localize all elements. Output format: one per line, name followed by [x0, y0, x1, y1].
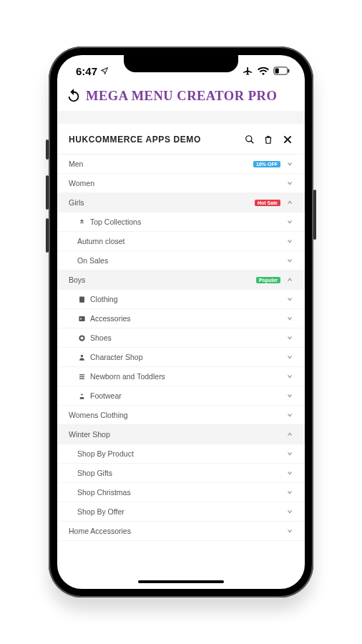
- menu-label: Shop By Product: [77, 449, 286, 458]
- sub-item-clothing[interactable]: Clothing: [57, 290, 305, 309]
- svg-rect-2: [275, 69, 279, 74]
- clothing-icon: [77, 295, 86, 303]
- chevron-down-icon: [286, 450, 293, 457]
- location-arrow-icon: [100, 65, 109, 77]
- badge-offer: 10% OFF: [253, 161, 280, 167]
- menu-item-winter[interactable]: Winter Shop: [57, 425, 305, 444]
- svg-point-3: [246, 136, 252, 142]
- menu-item-women[interactable]: Women: [57, 174, 305, 193]
- svg-point-11: [80, 336, 83, 339]
- sub-item-onsales[interactable]: On Sales: [57, 251, 305, 270]
- menu-label: Shoes: [90, 333, 286, 342]
- menu-label: Women: [69, 179, 286, 187]
- menu-label: Newborn and Toddlers: [90, 372, 286, 381]
- accessories-icon: [77, 314, 86, 323]
- phone-frame: 6:47 MEGA MENU CRE: [49, 47, 313, 597]
- menu-label: On Sales: [77, 256, 286, 265]
- menu-label: Footwear: [90, 391, 286, 400]
- status-time: 6:47: [76, 65, 97, 77]
- svg-rect-14: [79, 376, 84, 376]
- menu-label: Men: [69, 160, 253, 168]
- chevron-down-icon: [286, 296, 293, 303]
- sub-item-shop-product[interactable]: Shop By Product: [57, 444, 305, 464]
- app-title-bar: MEGA MENU CREATOR PRO: [57, 87, 305, 111]
- menu-label: Shop Christmas: [77, 488, 286, 497]
- menu-label: Womens Clothing: [69, 411, 286, 419]
- footwear-icon: [77, 391, 86, 400]
- chevron-down-icon: [286, 469, 293, 477]
- sub-item-character[interactable]: Character Shop: [57, 348, 305, 367]
- menu-label: Top Collections: [90, 218, 286, 226]
- chevron-up-icon: [286, 276, 293, 283]
- chevron-down-icon: [286, 238, 293, 245]
- menu-label: Girls: [69, 198, 255, 207]
- chevron-down-icon: [286, 392, 293, 399]
- menu-label: Home Accessories: [69, 527, 286, 535]
- chevron-down-icon: [286, 508, 293, 515]
- character-icon: [77, 353, 86, 361]
- badge-popular: Populer: [256, 277, 280, 283]
- app-title: MEGA MENU CREATOR PRO: [86, 89, 277, 104]
- chevron-down-icon: [286, 527, 293, 535]
- sub-item-footwear[interactable]: Footwear: [57, 386, 305, 406]
- menu-label: Winter Shop: [69, 430, 286, 439]
- chevron-down-icon: [286, 373, 293, 380]
- airplane-mode-icon: [243, 66, 253, 76]
- sub-item-autumn[interactable]: Autumn closet: [57, 232, 305, 251]
- svg-rect-13: [79, 374, 84, 375]
- chevron-down-icon: [286, 257, 293, 264]
- close-icon[interactable]: [282, 134, 293, 145]
- menu-label: Boys: [69, 275, 256, 284]
- sub-item-newborn[interactable]: Newborn and Toddlers: [57, 367, 305, 386]
- svg-rect-15: [79, 378, 84, 379]
- sub-item-shoes[interactable]: Shoes: [57, 328, 305, 348]
- sub-item-shop-christmas[interactable]: Shop Christmas: [57, 483, 305, 502]
- menu-label: Character Shop: [90, 353, 286, 361]
- menu-label: Shop Gifts: [77, 469, 286, 477]
- demo-header: HUKCOMMERCE APPS DEMO: [57, 124, 305, 155]
- sub-item-shop-offer[interactable]: Shop By Offer: [57, 502, 305, 522]
- sub-item-accessories[interactable]: Accessories: [57, 309, 305, 328]
- sub-item-top-collections[interactable]: Top Collections: [57, 213, 305, 232]
- chevron-down-icon: [286, 353, 293, 361]
- collections-icon: [77, 218, 86, 226]
- menu-label: Autumn closet: [77, 237, 286, 245]
- chevron-down-icon: [286, 334, 293, 341]
- sub-item-shop-gifts[interactable]: Shop Gifts: [57, 464, 305, 483]
- menu-item-womens-clothing[interactable]: Womens Clothing: [57, 406, 305, 425]
- chevron-down-icon: [286, 160, 293, 167]
- notch: [124, 55, 238, 72]
- chevron-down-icon: [286, 315, 293, 322]
- shoes-icon: [77, 333, 86, 342]
- menu-item-boys[interactable]: Boys Populer: [57, 270, 305, 290]
- svg-rect-8: [79, 316, 84, 321]
- chevron-down-icon: [286, 411, 293, 419]
- chevron-up-icon: [286, 431, 293, 438]
- chevron-down-icon: [286, 489, 293, 496]
- menu-label: Shop By Offer: [77, 507, 286, 516]
- demo-title: HUKCOMMERCE APPS DEMO: [69, 135, 245, 145]
- screen: 6:47 MEGA MENU CRE: [57, 55, 305, 589]
- home-indicator[interactable]: [138, 580, 224, 583]
- svg-rect-1: [288, 69, 290, 72]
- battery-icon: [273, 67, 290, 75]
- search-icon[interactable]: [245, 135, 255, 145]
- menu-label: Clothing: [90, 295, 286, 303]
- svg-point-9: [80, 318, 82, 319]
- svg-point-12: [80, 354, 82, 356]
- newborn-icon: [77, 372, 86, 381]
- bag-icon[interactable]: [263, 135, 273, 145]
- svg-rect-7: [79, 296, 84, 302]
- refresh-icon[interactable]: [66, 88, 82, 104]
- menu-item-girls[interactable]: Girls Hot Sale: [57, 193, 305, 213]
- spacer: [57, 111, 305, 124]
- chevron-up-icon: [286, 199, 293, 206]
- menu-item-home-accessories[interactable]: Home Accessories: [57, 522, 305, 541]
- chevron-down-icon: [286, 180, 293, 187]
- menu-label: Accessories: [90, 314, 286, 323]
- chevron-down-icon: [286, 218, 293, 225]
- wifi-icon: [258, 67, 269, 75]
- menu-item-men[interactable]: Men 10% OFF: [57, 155, 305, 174]
- badge-hot: Hot Sale: [255, 200, 280, 206]
- svg-line-4: [251, 141, 254, 144]
